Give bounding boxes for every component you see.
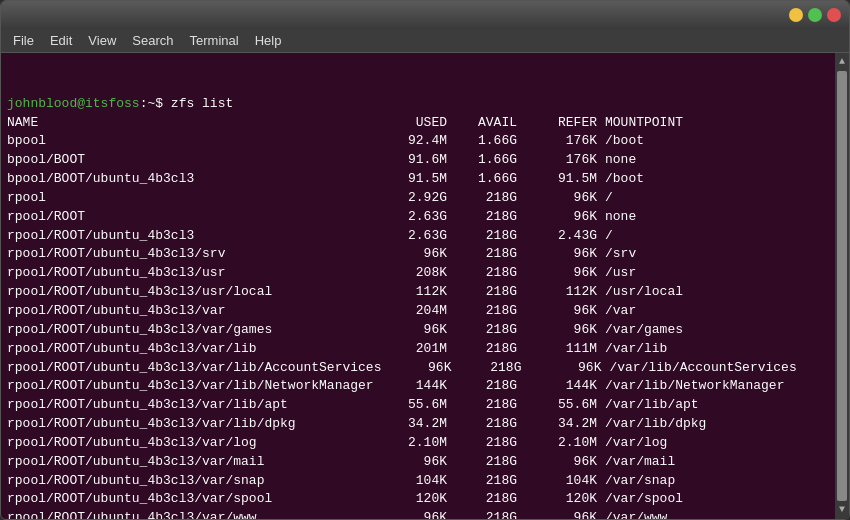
cell-avail: 218G [447,340,517,359]
cell-name: bpool [7,132,377,151]
menu-view[interactable]: View [80,31,124,50]
table-row: rpool/ROOT/ubuntu_4b3cl3/usr208K218G96K/… [7,264,829,283]
cell-mount: /srv [597,245,636,264]
cell-avail: 218G [447,434,517,453]
table-row: rpool/ROOT2.63G218G96Knone [7,208,829,227]
cell-avail: 1.66G [447,151,517,170]
cell-avail: 218G [451,359,521,378]
cell-name: rpool/ROOT/ubuntu_4b3cl3/var/games [7,321,377,340]
table-row: rpool/ROOT/ubuntu_4b3cl3/var/lib/Account… [7,359,829,378]
table-row: bpool92.4M1.66G176K/boot [7,132,829,151]
cell-refer: 96K [517,208,597,227]
scroll-up-arrow[interactable]: ▲ [835,55,849,69]
cell-avail: 218G [447,189,517,208]
cell-avail: 218G [447,227,517,246]
cell-mount: /var [597,302,636,321]
cell-used: 2.92G [377,189,447,208]
cell-refer: 96K [517,264,597,283]
command-line: johnblood@itsfoss:~$ zfs list [7,95,829,114]
cell-mount: / [597,189,613,208]
cell-refer: 120K [517,490,597,509]
cell-avail: 218G [447,396,517,415]
cell-name: rpool/ROOT/ubuntu_4b3cl3/var/lib/apt [7,396,377,415]
cell-mount: /var/lib [597,340,667,359]
cell-mount: /boot [597,170,644,189]
cell-mount: /var/snap [597,472,675,491]
cell-refer: 96K [517,321,597,340]
cell-used: 91.5M [377,170,447,189]
cell-refer: 91.5M [517,170,597,189]
cell-name: rpool/ROOT [7,208,377,227]
cell-avail: 218G [447,283,517,302]
cell-mount: / [597,227,613,246]
cell-name: rpool/ROOT/ubuntu_4b3cl3/var/mail [7,453,377,472]
cell-used: 204M [377,302,447,321]
cell-name: rpool/ROOT/ubuntu_4b3cl3/var/lib/Network… [7,377,377,396]
cell-avail: 218G [447,302,517,321]
prompt-user: johnblood@itsfoss [7,96,140,111]
cell-mount: /var/lib/NetworkManager [597,377,784,396]
terminal-window: File Edit View Search Terminal Help john… [0,0,850,520]
cell-name: rpool/ROOT/ubuntu_4b3cl3/var/www [7,509,377,519]
scroll-down-arrow[interactable]: ▼ [835,503,849,517]
cell-mount: /usr [597,264,636,283]
cell-refer: 2.10M [517,434,597,453]
cell-mount: none [597,208,636,227]
table-row: rpool2.92G218G96K/ [7,189,829,208]
cell-refer: 176K [517,132,597,151]
cell-refer: 34.2M [517,415,597,434]
cell-avail: 1.66G [447,170,517,189]
terminal-output[interactable]: johnblood@itsfoss:~$ zfs listNAMEUSEDAVA… [1,53,835,519]
cell-mount: /var/lib/dpkg [597,415,706,434]
table-row: rpool/ROOT/ubuntu_4b3cl3/var/lib/dpkg34.… [7,415,829,434]
cell-name: rpool [7,189,377,208]
menu-file[interactable]: File [5,31,42,50]
cell-used: 96K [377,453,447,472]
maximize-button[interactable] [808,8,822,22]
close-button[interactable] [827,8,841,22]
table-row: rpool/ROOT/ubuntu_4b3cl3/usr/local112K21… [7,283,829,302]
cell-used: 91.6M [377,151,447,170]
table-row: bpool/BOOT91.6M1.66G176Knone [7,151,829,170]
col-avail-header: AVAIL [447,114,517,133]
cell-avail: 218G [447,245,517,264]
cell-avail: 218G [447,472,517,491]
table-row: rpool/ROOT/ubuntu_4b3cl3/var204M218G96K/… [7,302,829,321]
cell-used: 2.10M [377,434,447,453]
menu-search[interactable]: Search [124,31,181,50]
col-refer-header: REFER [517,114,597,133]
cell-used: 55.6M [377,396,447,415]
minimize-button[interactable] [789,8,803,22]
table-row: rpool/ROOT/ubuntu_4b3cl3/var/games96K218… [7,321,829,340]
col-mount-header: MOUNTPOINT [597,114,683,133]
cell-name: rpool/ROOT/ubuntu_4b3cl3/var/lib/Account… [7,359,381,378]
table-row: rpool/ROOT/ubuntu_4b3cl3/var/www96K218G9… [7,509,829,519]
cell-refer: 55.6M [517,396,597,415]
table-row: rpool/ROOT/ubuntu_4b3cl32.63G218G2.43G/ [7,227,829,246]
cell-avail: 218G [447,453,517,472]
cell-mount: /var/www [597,509,667,519]
scrollbar[interactable]: ▲ ▼ [835,53,849,519]
cell-name: rpool/ROOT/ubuntu_4b3cl3/usr/local [7,283,377,302]
cell-mount: /var/games [597,321,683,340]
cell-used: 96K [377,245,447,264]
menu-terminal[interactable]: Terminal [182,31,247,50]
cell-name: rpool/ROOT/ubuntu_4b3cl3/var/lib/dpkg [7,415,377,434]
table-row: rpool/ROOT/ubuntu_4b3cl3/var/lib/apt55.6… [7,396,829,415]
cell-name: rpool/ROOT/ubuntu_4b3cl3/srv [7,245,377,264]
table-header: NAMEUSEDAVAILREFERMOUNTPOINT [7,114,829,133]
cell-refer: 111M [517,340,597,359]
cell-refer: 96K [517,189,597,208]
menu-edit[interactable]: Edit [42,31,80,50]
scroll-thumb[interactable] [837,71,847,501]
cell-refer: 96K [517,509,597,519]
cell-name: bpool/BOOT [7,151,377,170]
menu-help[interactable]: Help [247,31,290,50]
cell-mount: /boot [597,132,644,151]
cell-used: 201M [377,340,447,359]
cell-mount: /var/log [597,434,667,453]
cell-used: 96K [381,359,451,378]
table-row: rpool/ROOT/ubuntu_4b3cl3/var/snap104K218… [7,472,829,491]
prompt-sep: :~$ zfs list [140,96,234,111]
table-row: rpool/ROOT/ubuntu_4b3cl3/var/mail96K218G… [7,453,829,472]
